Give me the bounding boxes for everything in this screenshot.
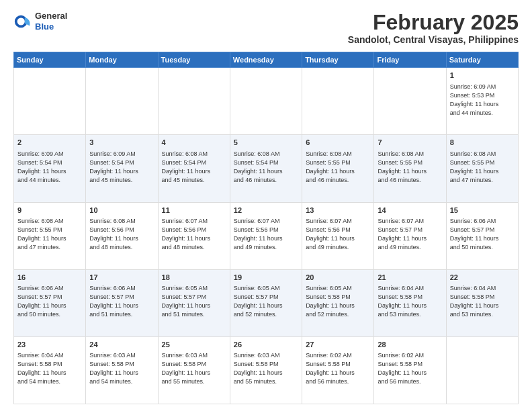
day-number: 19 xyxy=(234,273,298,283)
day-cell xyxy=(446,336,518,404)
day-number: 16 xyxy=(17,273,82,283)
day-cell: 21Sunrise: 6:04 AM Sunset: 5:58 PM Dayli… xyxy=(374,269,446,336)
day-number: 12 xyxy=(234,205,298,216)
day-info: Sunrise: 6:08 AM Sunset: 5:56 PM Dayligh… xyxy=(89,217,154,252)
day-number: 9 xyxy=(17,205,82,216)
logo-text: General Blue xyxy=(35,11,67,32)
logo-general: General xyxy=(35,11,67,21)
day-cell: 3Sunrise: 6:09 AM Sunset: 5:54 PM Daylig… xyxy=(86,135,158,202)
day-info: Sunrise: 6:05 AM Sunset: 5:58 PM Dayligh… xyxy=(306,284,370,319)
day-cell: 26Sunrise: 6:03 AM Sunset: 5:58 PM Dayli… xyxy=(230,336,302,404)
day-number: 13 xyxy=(306,205,370,216)
day-cell: 27Sunrise: 6:02 AM Sunset: 5:58 PM Dayli… xyxy=(302,336,374,404)
day-cell: 6Sunrise: 6:08 AM Sunset: 5:55 PM Daylig… xyxy=(302,135,374,202)
day-cell: 14Sunrise: 6:07 AM Sunset: 5:57 PM Dayli… xyxy=(374,202,446,269)
day-number: 27 xyxy=(306,340,370,350)
day-cell xyxy=(158,68,230,135)
day-info: Sunrise: 6:06 AM Sunset: 5:57 PM Dayligh… xyxy=(89,284,154,319)
day-number: 24 xyxy=(89,340,154,350)
day-info: Sunrise: 6:08 AM Sunset: 5:54 PM Dayligh… xyxy=(234,150,298,185)
day-number: 4 xyxy=(162,138,226,148)
day-info: Sunrise: 6:08 AM Sunset: 5:55 PM Dayligh… xyxy=(306,150,370,185)
day-cell xyxy=(302,68,374,135)
calendar: SundayMondayTuesdayWednesdayThursdayFrid… xyxy=(13,52,519,404)
day-number: 6 xyxy=(306,138,370,148)
day-cell: 2Sunrise: 6:09 AM Sunset: 5:54 PM Daylig… xyxy=(14,135,86,202)
day-cell: 11Sunrise: 6:07 AM Sunset: 5:56 PM Dayli… xyxy=(158,202,230,269)
header: General Blue February 2025 Sandolot, Cen… xyxy=(13,11,519,45)
day-cell: 7Sunrise: 6:08 AM Sunset: 5:55 PM Daylig… xyxy=(374,135,446,202)
day-cell xyxy=(374,68,446,135)
day-info: Sunrise: 6:02 AM Sunset: 5:58 PM Dayligh… xyxy=(306,351,370,386)
day-info: Sunrise: 6:09 AM Sunset: 5:54 PM Dayligh… xyxy=(89,150,154,185)
day-cell: 23Sunrise: 6:04 AM Sunset: 5:58 PM Dayli… xyxy=(14,336,86,404)
day-cell: 1Sunrise: 6:09 AM Sunset: 5:53 PM Daylig… xyxy=(446,68,518,135)
day-info: Sunrise: 6:07 AM Sunset: 5:56 PM Dayligh… xyxy=(234,217,298,252)
day-number: 28 xyxy=(378,340,442,350)
day-info: Sunrise: 6:03 AM Sunset: 5:58 PM Dayligh… xyxy=(89,351,154,386)
calendar-header: SundayMondayTuesdayWednesdayThursdayFrid… xyxy=(14,52,519,68)
days-of-week-row: SundayMondayTuesdayWednesdayThursdayFrid… xyxy=(14,52,519,68)
day-info: Sunrise: 6:05 AM Sunset: 5:57 PM Dayligh… xyxy=(234,284,298,319)
day-info: Sunrise: 6:04 AM Sunset: 5:58 PM Dayligh… xyxy=(17,351,82,386)
day-of-week-header: Sunday xyxy=(14,52,86,68)
day-info: Sunrise: 6:04 AM Sunset: 5:58 PM Dayligh… xyxy=(450,284,515,319)
logo-icon xyxy=(13,12,32,31)
week-row: 9Sunrise: 6:08 AM Sunset: 5:55 PM Daylig… xyxy=(14,202,519,269)
day-cell: 8Sunrise: 6:08 AM Sunset: 5:55 PM Daylig… xyxy=(446,135,518,202)
day-info: Sunrise: 6:06 AM Sunset: 5:57 PM Dayligh… xyxy=(17,284,82,319)
day-info: Sunrise: 6:07 AM Sunset: 5:56 PM Dayligh… xyxy=(306,217,370,252)
day-number: 2 xyxy=(17,138,82,148)
day-number: 22 xyxy=(450,273,515,283)
day-number: 26 xyxy=(234,340,298,350)
week-row: 16Sunrise: 6:06 AM Sunset: 5:57 PM Dayli… xyxy=(14,269,519,336)
day-cell: 15Sunrise: 6:06 AM Sunset: 5:57 PM Dayli… xyxy=(446,202,518,269)
day-cell: 9Sunrise: 6:08 AM Sunset: 5:55 PM Daylig… xyxy=(14,202,86,269)
day-info: Sunrise: 6:05 AM Sunset: 5:57 PM Dayligh… xyxy=(162,284,226,319)
day-cell: 12Sunrise: 6:07 AM Sunset: 5:56 PM Dayli… xyxy=(230,202,302,269)
day-number: 25 xyxy=(162,340,226,350)
day-info: Sunrise: 6:08 AM Sunset: 5:54 PM Dayligh… xyxy=(162,150,226,185)
day-cell: 24Sunrise: 6:03 AM Sunset: 5:58 PM Dayli… xyxy=(86,336,158,404)
week-row: 1Sunrise: 6:09 AM Sunset: 5:53 PM Daylig… xyxy=(14,68,519,135)
day-cell: 4Sunrise: 6:08 AM Sunset: 5:54 PM Daylig… xyxy=(158,135,230,202)
day-of-week-header: Monday xyxy=(86,52,158,68)
week-row: 2Sunrise: 6:09 AM Sunset: 5:54 PM Daylig… xyxy=(14,135,519,202)
day-number: 10 xyxy=(89,205,154,216)
svg-point-1 xyxy=(17,17,25,25)
day-cell: 17Sunrise: 6:06 AM Sunset: 5:57 PM Dayli… xyxy=(86,269,158,336)
day-cell: 20Sunrise: 6:05 AM Sunset: 5:58 PM Dayli… xyxy=(302,269,374,336)
day-cell xyxy=(86,68,158,135)
week-row: 23Sunrise: 6:04 AM Sunset: 5:58 PM Dayli… xyxy=(14,336,519,404)
day-of-week-header: Thursday xyxy=(302,52,374,68)
day-number: 17 xyxy=(89,273,154,283)
day-of-week-header: Saturday xyxy=(446,52,518,68)
day-number: 1 xyxy=(450,71,515,81)
day-number: 8 xyxy=(450,138,515,148)
day-number: 20 xyxy=(306,273,370,283)
day-info: Sunrise: 6:09 AM Sunset: 5:53 PM Dayligh… xyxy=(450,83,515,118)
day-cell: 13Sunrise: 6:07 AM Sunset: 5:56 PM Dayli… xyxy=(302,202,374,269)
day-info: Sunrise: 6:07 AM Sunset: 5:56 PM Dayligh… xyxy=(162,217,226,252)
day-info: Sunrise: 6:04 AM Sunset: 5:58 PM Dayligh… xyxy=(378,284,442,319)
day-cell: 18Sunrise: 6:05 AM Sunset: 5:57 PM Dayli… xyxy=(158,269,230,336)
logo-blue: Blue xyxy=(35,21,67,32)
day-cell: 5Sunrise: 6:08 AM Sunset: 5:54 PM Daylig… xyxy=(230,135,302,202)
day-info: Sunrise: 6:03 AM Sunset: 5:58 PM Dayligh… xyxy=(162,351,226,386)
day-of-week-header: Wednesday xyxy=(230,52,302,68)
day-info: Sunrise: 6:07 AM Sunset: 5:57 PM Dayligh… xyxy=(378,217,442,252)
day-of-week-header: Tuesday xyxy=(158,52,230,68)
day-info: Sunrise: 6:08 AM Sunset: 5:55 PM Dayligh… xyxy=(378,150,442,185)
day-number: 3 xyxy=(89,138,154,148)
day-info: Sunrise: 6:08 AM Sunset: 5:55 PM Dayligh… xyxy=(450,150,515,185)
day-number: 7 xyxy=(378,138,442,148)
day-cell: 25Sunrise: 6:03 AM Sunset: 5:58 PM Dayli… xyxy=(158,336,230,404)
day-info: Sunrise: 6:03 AM Sunset: 5:58 PM Dayligh… xyxy=(234,351,298,386)
title-area: February 2025 Sandolot, Central Visayas,… xyxy=(348,11,519,45)
day-cell xyxy=(230,68,302,135)
page: General Blue February 2025 Sandolot, Cen… xyxy=(0,0,532,411)
day-number: 21 xyxy=(378,273,442,283)
month-title: February 2025 xyxy=(348,11,519,34)
day-info: Sunrise: 6:09 AM Sunset: 5:54 PM Dayligh… xyxy=(17,150,82,185)
day-number: 23 xyxy=(17,340,82,350)
